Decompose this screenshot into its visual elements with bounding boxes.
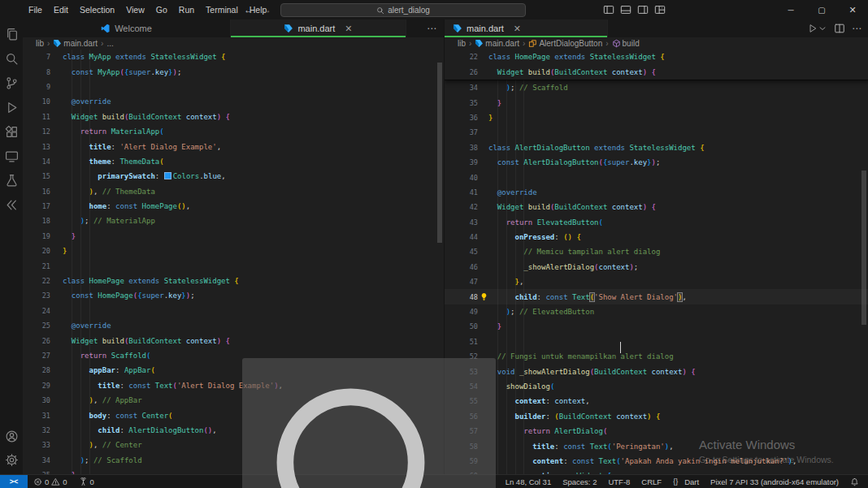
line-number[interactable]: 22 xyxy=(23,277,50,285)
breadcrumb-right[interactable]: lib›main.dart›AlertDialogButton›build xyxy=(445,37,868,50)
line-number[interactable]: 10 xyxy=(23,97,50,106)
command-center-search[interactable]: alert_dialog xyxy=(280,3,526,17)
line-number[interactable]: 31 xyxy=(23,412,50,420)
run-debug-icon[interactable] xyxy=(5,101,19,114)
menu-selection[interactable]: Selection xyxy=(74,5,120,15)
code-line-17[interactable]: 17 home: const HomePage(), xyxy=(23,199,444,214)
line-number[interactable]: 9 xyxy=(23,83,50,91)
code-line-24[interactable]: 24 xyxy=(23,304,444,318)
minimize-button[interactable]: ─ xyxy=(775,0,806,19)
status-cursor-position[interactable]: Ln 48, Col 31 xyxy=(506,477,552,486)
code-line-35[interactable]: 35 } xyxy=(445,95,868,110)
code-line-12[interactable]: 12 return MaterialApp( xyxy=(23,124,444,139)
code-line-50[interactable]: 50 } xyxy=(445,319,868,334)
line-number[interactable]: 38 xyxy=(445,144,478,152)
line-number[interactable]: 29 xyxy=(23,382,50,390)
line-number[interactable]: 34 xyxy=(445,84,478,92)
line-number[interactable]: 46 xyxy=(445,263,478,271)
status-encoding[interactable]: UTF-8 xyxy=(608,477,630,486)
code-line-9[interactable]: 9 xyxy=(23,80,444,94)
code-line-8[interactable]: 8 const MyApp({super.key}); xyxy=(23,64,444,79)
code-line-22[interactable]: 22class HomePage extends StatelessWidget… xyxy=(23,274,444,288)
code-line-18[interactable]: 18 ); // MaterialApp xyxy=(23,214,444,228)
code-line-38[interactable]: 38class AlertDialogButton extends Statel… xyxy=(445,140,868,155)
customize-layout-icon[interactable] xyxy=(654,4,666,15)
lightbulb-icon[interactable] xyxy=(480,292,488,301)
line-number[interactable]: 32 xyxy=(23,426,50,434)
line-number[interactable]: 47 xyxy=(445,278,478,286)
toggle-secondary-sidebar-icon[interactable] xyxy=(637,4,649,15)
code-line-48[interactable]: 48 child: const Text('Show Alert Dialog'… xyxy=(445,289,868,304)
line-number[interactable]: 35 xyxy=(445,99,478,107)
code-line-15[interactable]: 15 primarySwatch: Colors.blue, xyxy=(23,169,444,184)
line-number[interactable]: 43 xyxy=(445,218,478,227)
tab-main-dart[interactable]: main.dart✕ xyxy=(445,19,608,37)
breadcrumb-item--[interactable]: ... xyxy=(106,39,113,48)
line-number[interactable]: 44 xyxy=(445,233,478,241)
breadcrumb-item-lib[interactable]: lib xyxy=(458,39,466,48)
line-number[interactable]: 15 xyxy=(23,172,50,180)
line-number[interactable]: 45 xyxy=(445,248,478,256)
line-number[interactable]: 11 xyxy=(23,113,50,121)
line-number[interactable]: 13 xyxy=(23,143,50,151)
line-number[interactable]: 40 xyxy=(445,174,478,182)
code-line-34[interactable]: 34 ); // Scaffold xyxy=(445,80,868,95)
code-line-26[interactable]: 26 Widget build(BuildContext context) { xyxy=(23,333,444,348)
explorer-icon[interactable] xyxy=(5,28,19,41)
remote-indicator[interactable]: >< xyxy=(0,475,28,488)
search-icon[interactable] xyxy=(5,52,19,66)
status-notifications[interactable] xyxy=(850,477,859,486)
code-line-26[interactable]: 26 Widget build(BuildContext context) { xyxy=(445,64,868,79)
run-icon[interactable] xyxy=(808,23,827,34)
line-number[interactable]: 20 xyxy=(23,247,50,255)
code-line-44[interactable]: 44 onPressed: () { xyxy=(445,230,868,244)
line-number[interactable]: 23 xyxy=(23,292,50,300)
toggle-panel-icon[interactable] xyxy=(620,4,631,15)
menu-run[interactable]: Run xyxy=(173,5,200,15)
code-line-11[interactable]: 11 Widget build(BuildContext context) { xyxy=(23,110,444,124)
code-line-21[interactable]: 21 xyxy=(23,258,444,273)
split-editor-icon[interactable] xyxy=(834,23,845,34)
line-number[interactable]: 26 xyxy=(445,68,478,76)
line-number[interactable]: 18 xyxy=(23,217,50,225)
status-ports[interactable]: 0 xyxy=(79,477,94,486)
extensions-icon[interactable] xyxy=(5,125,19,139)
scrollbar-right-editor[interactable] xyxy=(861,171,866,325)
tab-welcome[interactable]: Welcome xyxy=(23,19,231,37)
code-line-25[interactable]: 25 @override xyxy=(23,318,444,333)
line-number[interactable]: 14 xyxy=(23,158,50,166)
sticky-scroll[interactable]: 22class HomePage extends StatelessWidget… xyxy=(445,50,868,80)
status-indentation[interactable]: Spaces: 2 xyxy=(562,477,597,486)
status-eol[interactable]: CRLF xyxy=(641,477,662,486)
tab-main-dart[interactable]: main.dart✕ xyxy=(231,19,406,37)
code-line-19[interactable]: 19 } xyxy=(23,229,444,244)
code-line-13[interactable]: 13 title: 'Alert Dialog Example', xyxy=(23,139,444,153)
close-tab-icon[interactable]: ✕ xyxy=(514,24,521,34)
account-icon[interactable] xyxy=(5,430,19,443)
testing-icon[interactable] xyxy=(5,174,19,188)
code-line-46[interactable]: 46 _showAlertDialog(context); xyxy=(445,260,868,274)
line-number[interactable]: 39 xyxy=(445,158,478,166)
settings-gear-icon[interactable] xyxy=(5,453,19,467)
line-number[interactable]: 19 xyxy=(23,232,50,240)
line-number[interactable]: 42 xyxy=(445,203,478,211)
line-number[interactable]: 50 xyxy=(445,322,478,330)
breadcrumb-left[interactable]: lib›main.dart›... xyxy=(23,37,444,50)
status-problems[interactable]: 00 xyxy=(33,477,67,486)
status-language-mode[interactable]: {}Dart xyxy=(673,477,699,486)
breadcrumb-item-alertdialogbutton[interactable]: AlertDialogButton xyxy=(528,39,602,48)
code-line-14[interactable]: 14 theme: ThemeData( xyxy=(23,154,444,169)
breadcrumb-item-main-dart[interactable]: main.dart xyxy=(53,39,98,48)
code-line-41[interactable]: 41 @override xyxy=(445,185,868,200)
code-line-43[interactable]: 43 return ElevatedButton( xyxy=(445,215,868,230)
code-line-10[interactable]: 10 @override xyxy=(23,94,444,109)
line-number[interactable]: 27 xyxy=(23,352,50,360)
code-line-42[interactable]: 42 Widget build(BuildContext context) { xyxy=(445,200,868,214)
code-line-45[interactable]: 45 // Memicu tampilan alert dialog xyxy=(445,244,868,259)
breadcrumb-item-build[interactable]: build xyxy=(612,39,640,48)
scrollbar-left-editor[interactable] xyxy=(437,63,442,243)
line-number[interactable]: 28 xyxy=(23,366,50,374)
status-zoom-indicator[interactable] xyxy=(242,358,496,488)
line-number[interactable]: 34 xyxy=(23,456,50,464)
code-line-36[interactable]: 36} xyxy=(445,110,868,125)
